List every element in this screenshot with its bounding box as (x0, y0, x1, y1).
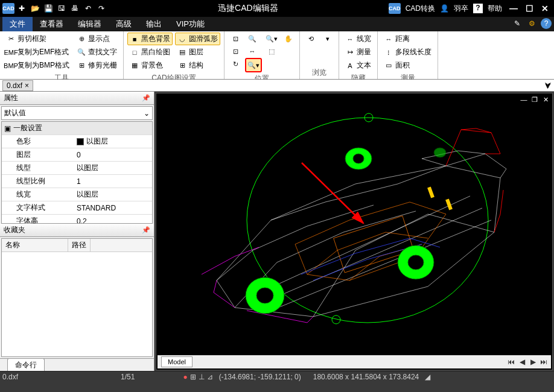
help-icon[interactable]: ? (473, 4, 483, 13)
tab-vip[interactable]: VIP功能 (169, 17, 212, 31)
ribbon-button[interactable]: BMP复制为BMP格式 (4, 59, 72, 72)
settings-icon[interactable]: ⚙ (526, 18, 537, 29)
command-line-label: 命令行 (7, 358, 45, 371)
prop-value[interactable]: 以图层 (74, 188, 152, 201)
ribbon-button[interactable]: 🔍▾ (245, 58, 262, 72)
ribbon-button[interactable]: ▦背景色 (127, 59, 173, 72)
ribbon-icon: 🔍 (247, 34, 257, 43)
cad-convert-button[interactable]: CAD转换 (406, 4, 435, 14)
fav-col-name[interactable]: 名称 (2, 239, 68, 251)
doc-tab[interactable]: 0.dxf × (2, 80, 33, 91)
property-grid[interactable]: ▣一般设置色彩以图层图层0线型以图层线型比例1线宽以图层文字样式STANDARD… (1, 121, 153, 224)
default-combo[interactable]: 默认值 ⌄ (1, 106, 153, 120)
tab-file[interactable]: 文件 (2, 17, 33, 31)
ribbon-icon: A (345, 61, 355, 71)
prop-row[interactable]: 线型以图层 (2, 161, 152, 174)
ortho-icon[interactable]: ⊥ (199, 373, 205, 381)
ribbon-button[interactable]: EMF复制为EMF格式 (4, 46, 72, 58)
ribbon-button[interactable]: ⊞结构 (175, 59, 220, 72)
user-icon[interactable]: 👤 (440, 4, 449, 13)
ribbon-button[interactable]: ↔ (245, 45, 262, 57)
open-icon[interactable]: 📂 (29, 2, 41, 14)
help-button[interactable]: 帮助 (488, 4, 502, 14)
snap-icon[interactable]: ● (183, 373, 187, 381)
ribbon-button[interactable]: ✋ (281, 33, 296, 45)
ribbon-button[interactable]: ⊡ (228, 45, 243, 57)
grid-icon[interactable]: ⊞ (190, 373, 196, 381)
prop-value[interactable]: 1 (74, 175, 152, 188)
ribbon-button[interactable]: □黑白绘图 (127, 46, 173, 58)
minimize-icon[interactable]: — (507, 2, 520, 14)
ribbon-button[interactable]: ✂剪切框架 (4, 33, 72, 45)
ribbon-button[interactable]: ■黑色背景 (127, 33, 173, 45)
help2-icon[interactable]: ? (541, 18, 552, 29)
nav-first-icon[interactable]: ⏮ (506, 358, 516, 366)
svg-point-15 (434, 148, 446, 157)
polar-icon[interactable]: ⊿ (207, 373, 213, 381)
combo-label: 默认值 (4, 108, 26, 118)
prop-row[interactable]: 文字样式STANDARD (2, 201, 152, 214)
collapse-icon[interactable]: ▣ (4, 124, 11, 133)
ribbon-group: ↔线宽↦测量A文本隐藏 (339, 31, 378, 79)
prop-row[interactable]: 色彩以图层 (2, 134, 152, 148)
pin-icon[interactable]: 📌 (142, 226, 150, 234)
redo-icon[interactable]: ↷ (95, 2, 107, 14)
nav-next-icon[interactable]: ▶ (528, 358, 538, 366)
user-name[interactable]: 羽卒 (454, 4, 468, 14)
viewport[interactable]: — ❐ ✕ (156, 93, 553, 370)
ribbon-button[interactable]: ◡圆滑弧形 (175, 33, 220, 45)
ribbon-button[interactable]: ⬚ (264, 45, 279, 57)
ribbon-button[interactable]: ⊕显示点 (74, 33, 119, 45)
favorites-list[interactable]: 名称 路径 (1, 238, 153, 357)
ribbon-button[interactable]: 🔍查找文字 (74, 46, 119, 58)
command-line-tab[interactable]: 命令行 (0, 358, 154, 371)
ribbon-button[interactable]: 🔍 (245, 33, 262, 45)
prop-value[interactable]: 0.2 (74, 215, 152, 224)
ribbon-button[interactable]: ↦测量 (343, 46, 374, 58)
prop-row[interactable]: 线型比例1 (2, 174, 152, 188)
ribbon-button[interactable]: ▾ (320, 33, 335, 45)
prop-section[interactable]: ▣一般设置 (2, 122, 152, 134)
ribbon-button[interactable]: ↔距离 (381, 33, 434, 45)
collapse-icon[interactable]: ⮟ (544, 81, 552, 90)
prop-value[interactable]: 以图层 (74, 135, 152, 148)
cad-icon[interactable]: CAD (389, 3, 401, 14)
prop-row[interactable]: 线宽以图层 (2, 188, 152, 201)
pin-icon[interactable]: 📌 (142, 94, 150, 102)
ribbon-button[interactable]: ↔线宽 (343, 33, 374, 45)
ribbon-button[interactable]: ▤图层 (175, 46, 220, 58)
ribbon-button[interactable]: ▭面积 (381, 59, 434, 72)
feedback-icon[interactable]: ✎ (512, 18, 523, 29)
model-tab[interactable]: Model (161, 356, 193, 367)
app-icon[interactable]: CAD (2, 2, 14, 14)
tab-output[interactable]: 输出 (139, 17, 169, 31)
prop-row[interactable]: 字体高0.2 (2, 214, 152, 224)
prop-value[interactable]: 0 (74, 148, 152, 161)
ribbon-button[interactable]: 🔍▾ (264, 33, 279, 45)
ribbon-button[interactable]: ⊞修剪光栅 (74, 59, 119, 72)
print-icon[interactable]: 🖶 (69, 2, 81, 14)
undo-icon[interactable]: ↶ (82, 2, 94, 14)
prop-row[interactable]: 图层0 (2, 148, 152, 161)
doc-tab-close-icon[interactable]: × (25, 81, 29, 90)
tab-advanced[interactable]: 高级 (109, 17, 139, 31)
tab-editor[interactable]: 编辑器 (71, 17, 109, 31)
prop-value[interactable]: STANDARD (74, 201, 152, 214)
ribbon-button[interactable]: ↻ (228, 58, 243, 70)
ribbon-button[interactable]: ⊡ (228, 33, 243, 45)
ribbon-button[interactable]: A文本 (343, 59, 374, 72)
ribbon-button-label: 面积 (395, 60, 410, 71)
ribbon-button[interactable]: ⟲ (304, 33, 318, 45)
maximize-icon[interactable]: ☐ (523, 2, 536, 14)
new-icon[interactable]: ✚ (16, 2, 28, 14)
ribbon-button[interactable]: ⫶多段线长度 (381, 46, 434, 58)
save-icon[interactable]: 💾 (42, 2, 54, 14)
fav-col-path[interactable]: 路径 (68, 239, 91, 251)
nav-last-icon[interactable]: ⏭ (539, 358, 549, 366)
close-icon[interactable]: ✕ (538, 2, 552, 14)
tab-viewer[interactable]: 查看器 (33, 17, 71, 31)
resize-grip-icon[interactable]: ◢ (425, 373, 430, 381)
saveall-icon[interactable]: 🖫 (56, 2, 68, 14)
nav-prev-icon[interactable]: ◀ (517, 358, 527, 366)
prop-value[interactable]: 以图层 (74, 162, 152, 174)
